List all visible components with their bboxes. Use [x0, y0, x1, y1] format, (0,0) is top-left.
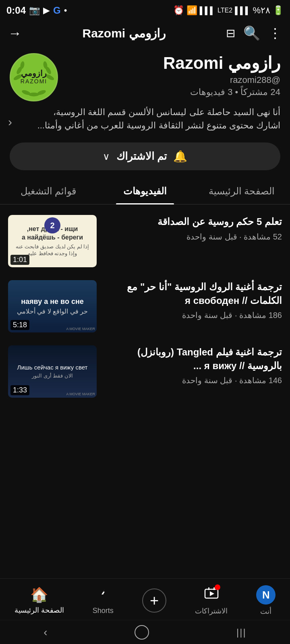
nav-item-subscriptions[interactable]: الاشتراكات [195, 586, 228, 615]
channel-name: رازومي Razomi [66, 53, 280, 73]
bell-icon: 🔔 [173, 150, 187, 163]
channel-header: رازومي Razomi @razomi288 24 مشتركاً • 3 … [0, 45, 290, 105]
svg-rect-12 [208, 587, 209, 590]
battery-icon: 🔋 [273, 5, 284, 16]
video-item-1: ⋮ تعلم 5 حكم روسية عن الصداقة 52 مشاهدة … [0, 208, 290, 274]
avatar-text-en: RAZOMI [21, 78, 47, 85]
alarm-icon: ⏰ [173, 5, 184, 16]
video-item-2: ⋮ ترجمة أغنية الروك الروسية "أنا حر" مع … [0, 274, 290, 339]
thumb3-ar: الان فقط أرى النور [32, 373, 73, 380]
subscribe-button[interactable]: 🔔 تم الاشتراك ∨ [10, 142, 280, 170]
nav-item-home[interactable]: 🏠 الصفحة الرئيسية [14, 586, 64, 615]
battery-percent: ٢٨% [253, 5, 270, 16]
channel-info: رازومي Razomi @razomi288 24 مشتركاً • 3 … [66, 53, 280, 97]
subscribe-section: 🔔 تم الاشتراك ∨ [0, 138, 290, 178]
desc-collapse-arrow[interactable]: ‹ [8, 115, 12, 129]
avatar-text-ar: رازومي [21, 68, 47, 78]
android-nav: ||| › [0, 620, 290, 644]
thumb3-maker: A MOVIE MAKER [66, 392, 95, 396]
video-meta-3: ترجمة اغنية فيلم Tangled (روبانزل) بالرو… [103, 345, 282, 385]
tab-playlists[interactable]: قوائم التشغيل [0, 178, 97, 204]
status-time: 0:04 [6, 5, 26, 16]
back-button[interactable]: ||| [236, 627, 246, 638]
dot-sep: • [235, 87, 238, 97]
channel-tabs: الصفحة الرئيسية الفيديوهات قوائم التشغيل [0, 178, 290, 204]
tab-home[interactable]: الصفحة الرئيسية [193, 178, 290, 204]
recents-button[interactable]: › [44, 626, 47, 639]
camera-icon: 📷 [29, 5, 40, 16]
channel-avatar: رازومي RAZOMI [10, 53, 58, 101]
video-meta-2: ترجمة أغنية الروك الروسية "أنا حر" مع ال… [103, 280, 282, 320]
signal1-icon: ▌▌▌ [235, 6, 250, 15]
video-title-2[interactable]: ترجمة أغنية الروك الروسية "أنا حر" مع ال… [103, 280, 282, 307]
subscriptions-notification-dot [215, 584, 220, 590]
nav-label-you: أنت [260, 607, 271, 616]
video-thumb-1[interactable]: 2 нет друга - ищи,а найдёшь - береги إذا… [8, 215, 97, 267]
channel-description: ‹ أنا نهى السيد حاصلة على ليسانس الألسن … [0, 105, 290, 138]
status-left: 🔋 ٢٨% ▌▌▌ LTE2 ▌▌▌ 📶 ⏰ [173, 5, 284, 16]
thumb-duration-1: 1:01 [10, 255, 29, 265]
subscribe-label: تم الاشتراك [116, 150, 167, 163]
thumb-badge-1: 2 [44, 217, 60, 233]
cast-icon[interactable]: ⊟ [226, 27, 235, 40]
video-info-1: 52 مشاهدة · قبل سنة واحدة [103, 232, 282, 242]
nav-label-shorts: Shorts [93, 607, 114, 615]
thumb2-maker: A MOVIE MAKER [66, 327, 95, 331]
video-info-2: 186 مشاهدة · قبل سنة واحدة [103, 310, 282, 320]
nav-icons-left: ⋮ 🔍 ⊟ [226, 25, 282, 41]
wifi-icon: 📶 [186, 5, 197, 16]
search-icon[interactable]: 🔍 [243, 25, 260, 41]
top-nav: ⋮ 🔍 ⊟ رازومي Razomi → [0, 21, 290, 45]
video-thumb-3[interactable]: Лишь сейчас я вижу свет الان فقط أرى الن… [8, 345, 97, 398]
top-nav-title: رازومي Razomi [82, 26, 165, 40]
channel-handle: @razomi288 [66, 75, 280, 85]
video-item-3: ⋮ ترجمة اغنية فيلم Tangled (روبانزل) بال… [0, 339, 290, 404]
video-list: ⋮ تعلم 5 حكم روسية عن الصداقة 52 مشاهدة … [0, 204, 290, 408]
status-right: • G ▶ 📷 0:04 [6, 5, 67, 16]
thumb3-ru: Лишь сейчас я вижу свет [17, 363, 88, 372]
nav-label-home: الصفحة الرئيسية [14, 606, 64, 615]
video-info-3: 146 مشاهدة · قبل سنة واحدة [103, 376, 282, 385]
video-title-1[interactable]: تعلم 5 حكم روسية عن الصداقة [103, 215, 282, 229]
thumb2-ar: حر في الواقع لا في أحلامي [17, 308, 88, 315]
bottom-nav: N أنت الاشتراكات + Shorts [0, 578, 290, 620]
menu-icon[interactable]: ⋮ [268, 25, 282, 41]
dot-indicator: • [64, 5, 67, 16]
avatar-wreath: رازومي RAZOMI [11, 54, 57, 100]
subscribers-label: مشتركاً [240, 87, 268, 97]
thumb2-ru: наяву а не во сне [21, 297, 84, 306]
videos-count: 3 [228, 87, 232, 97]
video-meta-1: تعلم 5 حكم روسية عن الصداقة 52 مشاهدة · … [103, 215, 282, 242]
video-thumb-2[interactable]: наяву а не во сне حر في الواقع لا في أحل… [8, 280, 97, 332]
svg-marker-11 [210, 591, 214, 596]
status-bar: 🔋 ٢٨% ▌▌▌ LTE2 ▌▌▌ 📶 ⏰ • G ▶ 📷 0:04 [0, 0, 290, 21]
nav-label-subscriptions: الاشتراكات [195, 607, 228, 615]
nav-add-button[interactable]: + [142, 588, 166, 613]
chevron-down-icon: ∨ [103, 151, 110, 162]
home-button[interactable] [135, 625, 149, 640]
google-icon: G [53, 5, 61, 16]
nav-avatar: N [256, 585, 276, 605]
nav-item-you[interactable]: N أنت [256, 585, 276, 616]
thumb-duration-3: 1:33 [10, 385, 29, 395]
video-title-3[interactable]: ترجمة اغنية فيلم Tangled (روبانزل) بالرو… [103, 345, 282, 372]
desc-text: أنا نهى السيد حاصلة على ليسانس الألسن قس… [10, 105, 280, 132]
tab-videos[interactable]: الفيديوهات [97, 178, 193, 204]
home-icon: 🏠 [30, 586, 48, 603]
play-services-icon: ▶ [43, 5, 50, 16]
videos-label: فيديوهات [190, 87, 225, 97]
channel-stats: 24 مشتركاً • 3 فيديوهات [66, 87, 280, 97]
signal2-icon: ▌▌▌ [200, 6, 215, 15]
nav-item-shorts[interactable]: Shorts [93, 586, 114, 615]
subscriptions-icon [204, 586, 219, 604]
arrow-icon[interactable]: → [8, 25, 22, 41]
shorts-icon [96, 586, 110, 604]
add-icon: + [150, 593, 159, 608]
lte2-label: LTE2 [218, 7, 232, 14]
thumb-duration-2: 5:18 [10, 320, 29, 330]
subscribers-count: 24 [271, 87, 280, 97]
